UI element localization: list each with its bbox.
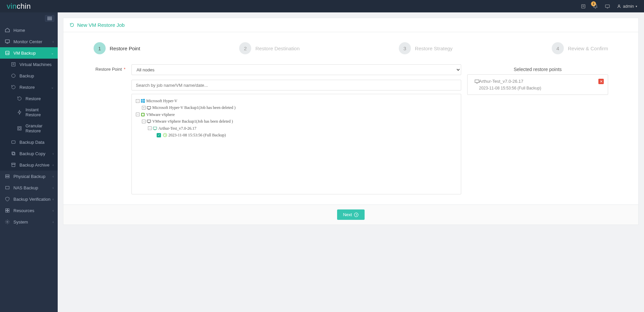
expand-icon[interactable]: +: [142, 106, 146, 110]
restore-submenu: Restore Instant Restore Granular Restore: [0, 93, 58, 136]
panel-header: New VM Restore Job: [63, 18, 638, 32]
step-3-label: Restore Strategy: [415, 46, 453, 51]
sidebar-item-backup-verification[interactable]: Backup Verification ‹: [0, 193, 58, 205]
next-label: Next: [343, 212, 352, 217]
chevron-left-icon: ‹: [53, 186, 54, 190]
tree-node-vsphere-job[interactable]: − VMware vSphere Backup1(Job has been de…: [142, 118, 457, 125]
home-label: Home: [13, 28, 25, 33]
selected-subtitle: 2023-11-08 15:53:56 (Full Backup): [479, 86, 603, 90]
backup-copy-label: Backup Copy: [19, 151, 45, 156]
node-select[interactable]: All nodes: [131, 64, 461, 75]
tree-vm-label: Arthur-Test_v7.0-26.17: [158, 125, 197, 132]
sidebar-item-vm-backup[interactable]: VM VM Backup ⌄: [0, 47, 58, 59]
chevron-left-icon: ‹: [53, 163, 54, 167]
restore-sub-label: Restore: [25, 96, 41, 101]
sidebar-item-resources[interactable]: Resources ‹: [0, 205, 58, 216]
step-2[interactable]: 2 Restore Destination: [239, 42, 300, 54]
system-label: System: [13, 220, 28, 225]
logo: vinchin: [7, 2, 31, 11]
selected-points-header: Selected restore points: [467, 64, 608, 74]
svg-rect-36: [143, 101, 145, 103]
tree-node-hyperv[interactable]: − Microsoft Hyper-V: [136, 98, 457, 104]
restore-icon: [17, 96, 22, 101]
nas-icon: [5, 185, 10, 190]
sidebar-item-backup-archive[interactable]: Backup Archive ‹: [0, 159, 58, 171]
chevron-down-icon: ⌄: [51, 85, 54, 89]
search-input[interactable]: [131, 80, 461, 90]
restore-point-row: Restore Point * All nodes − Microsoft Hy…: [94, 64, 608, 194]
checkbox-checked-icon[interactable]: ✓: [157, 133, 161, 137]
tree-vsphere-label: VMware vSphere: [146, 111, 175, 118]
user-menu[interactable]: admin ▾: [617, 4, 637, 9]
vm-icon: [153, 126, 157, 130]
tree-node-vm[interactable]: − Arthur-Test_v7.0-26.17: [148, 125, 457, 132]
svg-rect-34: [143, 99, 145, 101]
sidebar-item-virtual-machines[interactable]: Virtual Machines: [0, 59, 58, 70]
user-name: admin: [623, 4, 634, 9]
sidebar-item-backup[interactable]: Backup: [0, 70, 58, 81]
vm-icon: VM: [5, 50, 10, 56]
tree-node-hyperv-job[interactable]: + Microsoft Hyper-V Backup1(Job has been…: [142, 104, 457, 111]
sidebar-item-monitor-center[interactable]: Monitor Center ‹: [0, 36, 58, 47]
tree-node-vsphere[interactable]: − VMware vSphere: [136, 111, 457, 118]
sidebar-item-restore[interactable]: Restore ⌄: [0, 81, 58, 93]
sidebar-item-granular-restore[interactable]: Granular Restore: [0, 120, 58, 136]
tasks-icon[interactable]: [581, 4, 586, 9]
chevron-down-icon: ▾: [636, 5, 637, 8]
notifications-icon[interactable]: 1: [593, 4, 598, 9]
archive-icon: [11, 162, 16, 168]
collapse-icon[interactable]: −: [148, 126, 152, 130]
svg-rect-27: [6, 186, 9, 189]
restore-label: Restore: [19, 85, 35, 90]
step-1-num: 1: [94, 42, 106, 54]
virtual-machines-label: Virtual Machines: [19, 62, 52, 67]
collapse-icon[interactable]: −: [136, 113, 140, 116]
sidebar-item-nas-backup[interactable]: NAS Backup ‹: [0, 182, 58, 193]
logo-part2: chin: [17, 2, 31, 10]
sidebar-item-backup-data[interactable]: Backup Data: [0, 136, 58, 148]
selected-column: Selected restore points Arthur-Test_v7.0…: [467, 64, 608, 95]
sidebar-item-backup-copy[interactable]: Backup Copy ‹: [0, 148, 58, 159]
svg-rect-20: [12, 141, 15, 143]
collapse-icon[interactable]: −: [142, 120, 146, 123]
tree-node-restore-point[interactable]: ✓ 2023-11-08 15:53:56 (Full Backup): [157, 132, 457, 138]
backup-label: Backup: [19, 73, 34, 78]
step-1-label: Restore Point: [110, 46, 140, 51]
collapse-icon[interactable]: −: [136, 99, 140, 103]
tree-hyperv-job-label: Microsoft Hyper-V Backup1(Job has been d…: [152, 104, 235, 111]
vm-backup-submenu: Virtual Machines Backup Restore ⌄ Restor…: [0, 59, 58, 171]
chevron-left-icon: ‹: [53, 175, 54, 178]
svg-rect-19: [18, 127, 20, 129]
svg-rect-43: [153, 127, 157, 129]
display-icon[interactable]: [605, 4, 610, 9]
main-content: New VM Restore Job 1 Restore Point 2 Res…: [58, 12, 644, 230]
granular-icon: [17, 126, 22, 131]
svg-rect-29: [8, 209, 9, 210]
step-3[interactable]: 3 Restore Strategy: [399, 42, 453, 54]
step-1: 1 Restore Point: [94, 42, 140, 54]
physical-backup-label: Physical Backup: [13, 174, 45, 179]
sidebar-toggle-row: [0, 12, 58, 24]
server-icon: [5, 174, 10, 179]
sidebar-item-system[interactable]: System ‹: [0, 216, 58, 228]
sidebar-item-home[interactable]: Home: [0, 24, 58, 36]
next-button[interactable]: Next: [337, 209, 365, 220]
sidebar-toggle-button[interactable]: [45, 15, 54, 22]
svg-rect-21: [12, 152, 14, 154]
chevron-left-icon: ‹: [53, 220, 54, 224]
restore-icon: [11, 84, 16, 90]
svg-rect-33: [141, 99, 143, 101]
svg-rect-9: [5, 40, 9, 43]
home-icon: [5, 27, 10, 33]
form-label: Restore Point *: [94, 64, 125, 72]
sidebar-item-physical-backup[interactable]: Physical Backup ‹: [0, 171, 58, 182]
sidebar-item-instant-restore[interactable]: Instant Restore: [0, 104, 58, 120]
required-asterisk: *: [124, 67, 125, 72]
step-4[interactable]: 4 Review & Confirm: [552, 42, 608, 54]
sidebar: Home Monitor Center ‹ VM VM Backup ⌄ Vir…: [0, 12, 58, 230]
svg-point-5: [619, 5, 620, 6]
sidebar-item-restore-sub[interactable]: Restore: [0, 93, 58, 104]
remove-button[interactable]: ✕: [598, 79, 604, 84]
circle-icon: [11, 73, 16, 78]
svg-marker-17: [18, 110, 21, 114]
